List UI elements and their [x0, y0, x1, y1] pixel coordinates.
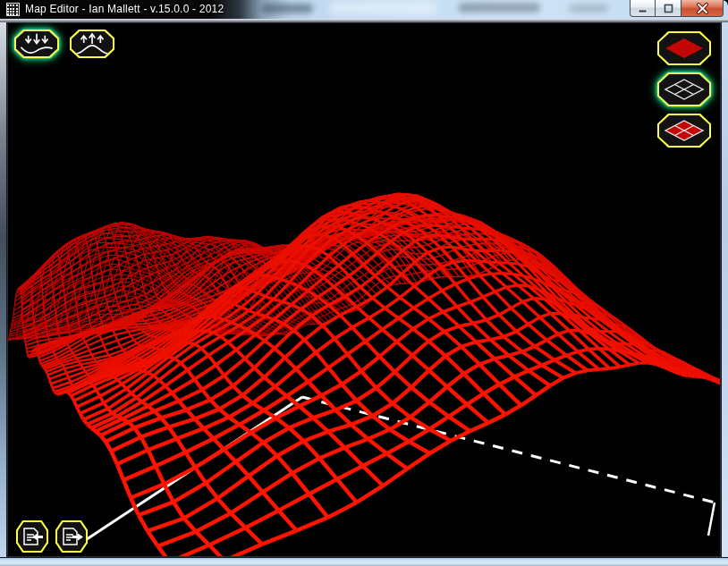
viewport-area [7, 22, 721, 557]
app-icon [6, 3, 20, 16]
wireframe-diamond-icon [662, 76, 707, 103]
close-icon [696, 3, 709, 14]
window-controls [630, 0, 724, 17]
raise-terrain-button[interactable] [70, 30, 114, 58]
glass-reflection [458, 3, 540, 13]
window-title: Map Editor - Ian Mallett - v.15.0.0 - 20… [25, 3, 224, 16]
lower-terrain-button[interactable] [14, 30, 59, 58]
arrows-up-hill-icon [73, 32, 111, 55]
glass-reflection [261, 4, 313, 13]
titlebar: Map Editor - Ian Mallett - v.15.0.0 - 20… [0, 0, 728, 19]
maximize-icon [663, 4, 674, 13]
map-editor-window: Map Editor - Ian Mallett - v.15.0.0 - 20… [0, 0, 728, 566]
solid-diamond-icon [662, 35, 707, 62]
save-map-button[interactable] [55, 520, 88, 553]
minimize-icon [637, 4, 648, 13]
close-button[interactable] [681, 0, 724, 17]
arrows-down-valley-icon [18, 32, 55, 55]
minimize-button[interactable] [630, 0, 656, 17]
render-mode-wireframe-button[interactable] [657, 72, 711, 106]
maximize-button[interactable] [656, 0, 681, 17]
window-frame-right [721, 22, 728, 557]
window-frame-bottom [0, 557, 728, 566]
glass-reflection [329, 2, 436, 14]
render-mode-solid-wireframe-button[interactable] [657, 114, 711, 148]
load-map-button[interactable] [16, 520, 48, 553]
disk-arrow-left-icon [21, 525, 45, 549]
window-frame-top-strip [0, 19, 728, 22]
glass-reflection [569, 4, 608, 13]
terrain-viewport[interactable] [8, 23, 720, 556]
window-frame-left [0, 22, 7, 557]
disk-arrow-right-icon [60, 525, 84, 549]
render-mode-solid-button[interactable] [657, 31, 711, 65]
solid-wireframe-diamond-icon [662, 117, 707, 144]
